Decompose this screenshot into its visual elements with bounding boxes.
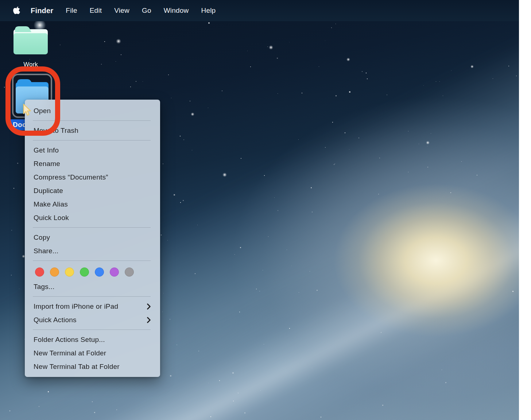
purple-tag-dot[interactable]	[110, 267, 119, 277]
green-tag-dot[interactable]	[80, 267, 89, 277]
chevron-right-icon	[147, 317, 151, 323]
apple-menu[interactable]	[9, 7, 24, 15]
menu-divider	[33, 261, 151, 261]
menu-item-duplicate[interactable]: Duplicate	[25, 184, 160, 197]
apple-icon	[13, 7, 20, 15]
menu-item-import-from-iphone[interactable]: Import from iPhone or iPad	[25, 300, 160, 313]
menu-divider	[33, 330, 151, 330]
menubar-item-window[interactable]: Window	[158, 7, 195, 15]
menubar-item-file[interactable]: File	[59, 7, 83, 15]
menubar-item-view[interactable]: View	[108, 7, 136, 15]
menu-item-rename[interactable]: Rename	[25, 157, 160, 170]
menu-item-folder-actions-setup[interactable]: Folder Actions Setup...	[25, 333, 160, 346]
red-circle-annotation	[5, 66, 60, 136]
menubar-item-go[interactable]: Go	[136, 7, 158, 15]
menubar-item-edit[interactable]: Edit	[84, 7, 108, 15]
menu-divider	[33, 296, 151, 297]
blue-tag-dot[interactable]	[95, 267, 104, 277]
menu-divider	[33, 140, 151, 140]
menu-divider	[33, 227, 151, 228]
menubar-item-help[interactable]: Help	[195, 7, 222, 15]
red-tag-dot[interactable]	[35, 267, 44, 277]
yellow-tag-dot[interactable]	[65, 267, 74, 277]
menu-item-quick-look[interactable]: Quick Look	[25, 211, 160, 224]
menu-item-quick-actions[interactable]: Quick Actions	[25, 313, 160, 327]
menu-item-new-terminal-tab[interactable]: New Terminal Tab at Folder	[25, 360, 160, 373]
menu-item-share[interactable]: Share...	[25, 244, 160, 258]
context-menu: Open Move to Trash Get Info Rename Compr…	[25, 100, 160, 377]
chevron-right-icon	[147, 303, 151, 310]
desktop: Work Doc Finder File Edit View Go Window…	[0, 0, 519, 420]
mouse-cursor-icon	[23, 104, 31, 116]
menu-item-make-alias[interactable]: Make Alias	[25, 197, 160, 211]
menu-item-tags[interactable]: Tags...	[25, 280, 160, 293]
menu-item-new-terminal[interactable]: New Terminal at Folder	[25, 346, 160, 360]
orange-tag-dot[interactable]	[50, 267, 59, 277]
menu-bar: Finder File Edit View Go Window Help	[0, 0, 519, 21]
right-margin	[519, 0, 531, 420]
menu-item-copy[interactable]: Copy	[25, 231, 160, 244]
gray-tag-dot[interactable]	[125, 267, 134, 277]
menubar-item-finder[interactable]: Finder	[24, 7, 59, 15]
menu-item-compress[interactable]: Compress “Documents”	[25, 170, 160, 184]
tag-color-row	[25, 264, 160, 280]
menu-item-get-info[interactable]: Get Info	[25, 143, 160, 157]
